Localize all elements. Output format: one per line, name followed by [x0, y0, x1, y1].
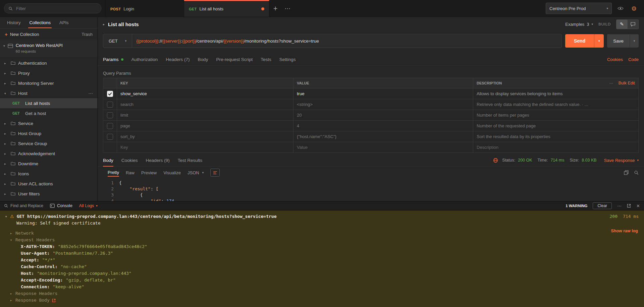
folder-host[interactable]: ▾ Host ⋯	[0, 88, 97, 98]
row-checkbox[interactable]	[107, 123, 113, 129]
request-tab-list-all-hosts[interactable]: GET List all hosts	[184, 0, 269, 17]
settings-button[interactable]: ⚙	[629, 4, 639, 13]
chevron-right-icon[interactable]: ▸	[103, 22, 105, 26]
folder-acknowledgement[interactable]: ▸ Acknowledgement	[0, 148, 97, 159]
folder-user-acl-actions[interactable]: ▸ User ACL actions	[0, 179, 97, 189]
param-description[interactable]: Number of the requested page	[477, 123, 536, 128]
param-description[interactable]: Allows to display services belonging to …	[477, 91, 563, 96]
console-tab[interactable]: Console	[50, 203, 72, 208]
request-get-a-host[interactable]: GET Get a host	[0, 108, 97, 118]
param-description[interactable]: Number of items per pages	[477, 113, 529, 118]
folder-authentication[interactable]: ▸ Authentication	[0, 58, 97, 68]
folder-options-button[interactable]: ⋯	[89, 90, 93, 96]
tab-authorization[interactable]: Authorization	[131, 53, 158, 65]
comments-button[interactable]	[628, 19, 639, 29]
send-options-button[interactable]: ▾	[594, 34, 604, 48]
folder-service[interactable]: ▸ Service	[0, 118, 97, 128]
save-options-button[interactable]: ▾	[630, 34, 639, 48]
row-checkbox[interactable]	[107, 102, 113, 108]
close-console-button[interactable]: ✕	[636, 203, 640, 208]
log-filter-dropdown[interactable]: All Logs ▾	[79, 203, 98, 208]
param-key[interactable]: show_service	[117, 88, 293, 99]
response-tab-body[interactable]: Body	[103, 154, 113, 166]
environment-quick-look-button[interactable]	[616, 4, 625, 13]
filter-box[interactable]	[4, 3, 101, 13]
console-request-entry[interactable]: ▾ ⚠ GET https://monitoring-preprod.compa…	[5, 213, 639, 220]
param-key[interactable]: limit	[117, 110, 293, 120]
response-tab-test-results[interactable]: Test Results	[178, 154, 203, 166]
method-selector[interactable]: GET ▾	[103, 34, 132, 48]
console-section-response-body[interactable]: ▸ Response Body	[5, 297, 639, 304]
param-value[interactable]: 4	[293, 121, 473, 131]
param-description[interactable]: Sort the resulted data by its properties	[477, 134, 550, 139]
network-icon[interactable]	[493, 158, 498, 163]
folder-icons[interactable]: ▸ Icons	[0, 169, 97, 179]
collection-centreon-web-restapi[interactable]: ▾ Centreon Web RestAPI 60 requests	[0, 40, 97, 57]
folder-service-group[interactable]: ▸ Service Group	[0, 138, 97, 148]
save-button[interactable]: Save	[607, 34, 630, 48]
tab-options-button[interactable]: ⋯	[281, 0, 293, 17]
view-tab-raw[interactable]: Raw	[126, 169, 135, 176]
console-options-button[interactable]: ⋯	[617, 203, 622, 208]
save-response-button[interactable]: Save Response ▾	[604, 158, 639, 163]
copy-response-button[interactable]	[624, 170, 629, 175]
tab-body[interactable]: Body	[198, 53, 208, 65]
send-button[interactable]: Send	[565, 34, 594, 48]
param-description[interactable]: Retrieve only data matching the defined …	[477, 102, 588, 107]
wrap-lines-button[interactable]	[210, 169, 220, 177]
clear-console-button[interactable]: Clear	[593, 202, 612, 209]
console-section-request-headers[interactable]: ▾ Request Headers	[5, 237, 639, 243]
sidebar-tab-history[interactable]: History	[3, 17, 25, 28]
bulk-edit-link[interactable]: Bulk Edit	[619, 81, 635, 85]
view-tab-pretty[interactable]: Pretty	[108, 169, 119, 177]
console-section-network[interactable]: ▸ Network	[5, 230, 639, 237]
param-description-placeholder[interactable]: Description	[477, 145, 498, 150]
row-checkbox[interactable]	[107, 91, 113, 97]
param-value-placeholder[interactable]: Value	[293, 142, 473, 152]
param-value[interactable]: true	[293, 88, 473, 99]
response-tab-cookies[interactable]: Cookies	[121, 154, 138, 166]
view-tab-visualize[interactable]: Visualize	[163, 169, 181, 176]
new-tab-button[interactable]: +	[269, 0, 281, 17]
console-section-response-headers[interactable]: ▸ Response Headers	[5, 290, 639, 297]
folder-monitoring-server[interactable]: ▸ Monitoring Server	[0, 78, 97, 88]
request-tab-login[interactable]: POST Login	[106, 0, 184, 17]
tab-settings[interactable]: Settings	[279, 53, 296, 65]
format-selector[interactable]: JSON ▾	[187, 170, 204, 175]
tab-params[interactable]: Params	[103, 53, 123, 65]
param-key[interactable]: search	[117, 99, 293, 110]
chevron-down-icon[interactable]: ▾	[5, 213, 9, 220]
url-input[interactable]: {{protocol}}://{{server}}:{{port}}/centr…	[132, 34, 561, 48]
environment-selector[interactable]: Centreon Pre Prod ▾	[546, 3, 612, 14]
folder-downtime[interactable]: ▸ Downtime	[0, 159, 97, 169]
edit-button[interactable]: ✎	[616, 19, 628, 29]
external-link-icon[interactable]	[52, 299, 56, 302]
view-tab-preview[interactable]: Preview	[141, 169, 157, 176]
code-link[interactable]: Code	[628, 57, 639, 62]
examples-dropdown[interactable]: Examples 3 ▾	[565, 22, 593, 27]
sidebar-tab-collections[interactable]: Collections	[25, 17, 55, 28]
tab-headers[interactable]: Headers (7)	[166, 53, 190, 65]
param-value[interactable]: <string>	[293, 99, 473, 110]
param-key[interactable]: page	[117, 121, 293, 131]
trash-button[interactable]: Trash	[82, 32, 93, 37]
param-key[interactable]: sort_by	[117, 131, 293, 142]
sidebar-tab-apis[interactable]: APIs	[55, 17, 73, 28]
folder-proxy[interactable]: ▸ Proxy	[0, 68, 97, 78]
table-options-button[interactable]: ⋯	[609, 81, 613, 85]
folder-host-group[interactable]: ▸ Host Group	[0, 128, 97, 138]
new-collection-button[interactable]: + New Collection	[5, 32, 39, 37]
param-key-placeholder[interactable]: Key	[117, 142, 293, 152]
folder-user-filters[interactable]: ▸ User filters	[0, 189, 97, 199]
tab-pre-request-script[interactable]: Pre-request Script	[216, 53, 253, 65]
filter-input[interactable]	[15, 6, 97, 11]
find-and-replace-button[interactable]: Find and Replace	[4, 203, 43, 208]
cookies-link[interactable]: Cookies	[607, 57, 623, 62]
tab-tests[interactable]: Tests	[261, 53, 271, 65]
row-checkbox[interactable]	[107, 112, 113, 118]
response-tab-headers[interactable]: Headers (9)	[146, 154, 170, 166]
param-value[interactable]: 20	[293, 110, 473, 120]
open-console-window-button[interactable]	[627, 204, 631, 208]
row-checkbox[interactable]	[107, 134, 113, 140]
show-raw-log-link[interactable]: Show raw log	[611, 229, 638, 233]
